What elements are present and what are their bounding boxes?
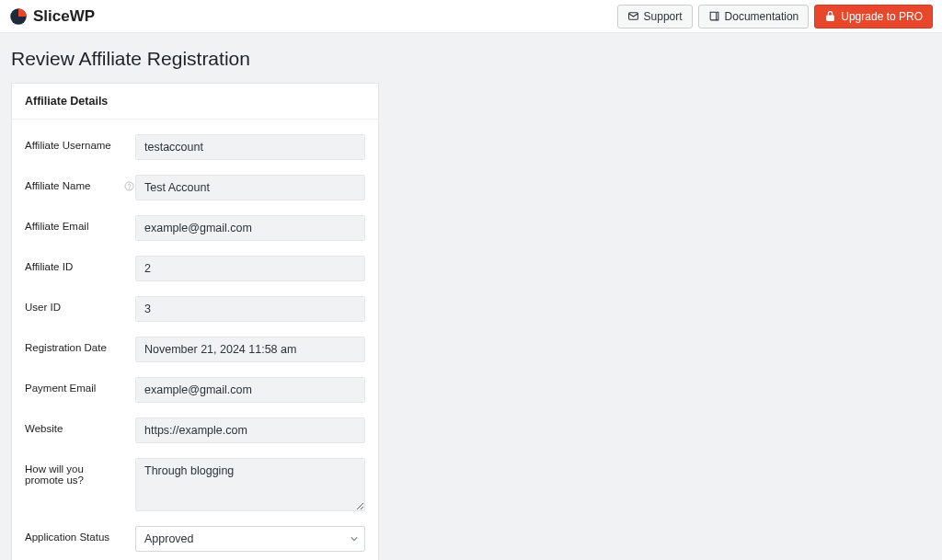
field-email: Affiliate Email	[25, 215, 365, 241]
label-name: Affiliate Name	[25, 175, 124, 191]
support-button[interactable]: Support	[617, 5, 693, 29]
field-name: Affiliate Name	[25, 175, 365, 200]
svg-point-3	[129, 189, 130, 189]
input-user-id	[135, 296, 365, 322]
page-title: Review Affiliate Registration	[11, 48, 931, 70]
top-bar: SliceWP Support Documentation Upgrade to…	[0, 0, 942, 33]
documentation-button[interactable]: Documentation	[698, 5, 810, 29]
label-promote: How will you promote us?	[25, 458, 124, 486]
label-payment-email: Payment Email	[25, 377, 124, 394]
input-website	[135, 417, 365, 443]
card-title: Affiliate Details	[12, 84, 378, 120]
field-affiliate-id: Affiliate ID	[25, 256, 365, 281]
field-registration-date: Registration Date	[25, 337, 365, 362]
select-status[interactable]: Approved	[135, 526, 365, 552]
label-affiliate-id: Affiliate ID	[25, 256, 124, 272]
upgrade-button[interactable]: Upgrade to PRO	[814, 5, 933, 29]
label-username: Affiliate Username	[25, 134, 124, 151]
input-email	[135, 215, 365, 241]
brand-logo: SliceWP	[9, 7, 95, 26]
label-email: Affiliate Email	[25, 215, 124, 232]
input-affiliate-id	[135, 256, 365, 281]
mail-icon	[627, 10, 639, 22]
slicewp-logo-icon	[9, 7, 28, 26]
field-status: Application Status Approved	[25, 526, 365, 552]
field-promote: How will you promote us? Through bloggin…	[25, 458, 365, 511]
field-user-id: User ID	[25, 296, 365, 322]
input-payment-email	[135, 377, 365, 403]
help-icon[interactable]	[124, 175, 135, 191]
textarea-promote: Through blogging	[135, 458, 365, 511]
field-website: Website	[25, 417, 365, 443]
input-registration-date	[135, 337, 365, 362]
label-registration-date: Registration Date	[25, 337, 124, 353]
input-name	[135, 175, 365, 200]
brand-name: SliceWP	[33, 7, 95, 26]
label-status: Application Status	[25, 526, 124, 543]
affiliate-details-card: Affiliate Details Affiliate Username Aff…	[11, 83, 379, 560]
book-icon	[708, 10, 720, 22]
lock-icon	[824, 10, 836, 22]
label-user-id: User ID	[25, 296, 124, 313]
label-website: Website	[25, 417, 124, 434]
field-username: Affiliate Username	[25, 134, 365, 160]
input-username	[135, 134, 365, 160]
field-payment-email: Payment Email	[25, 377, 365, 403]
